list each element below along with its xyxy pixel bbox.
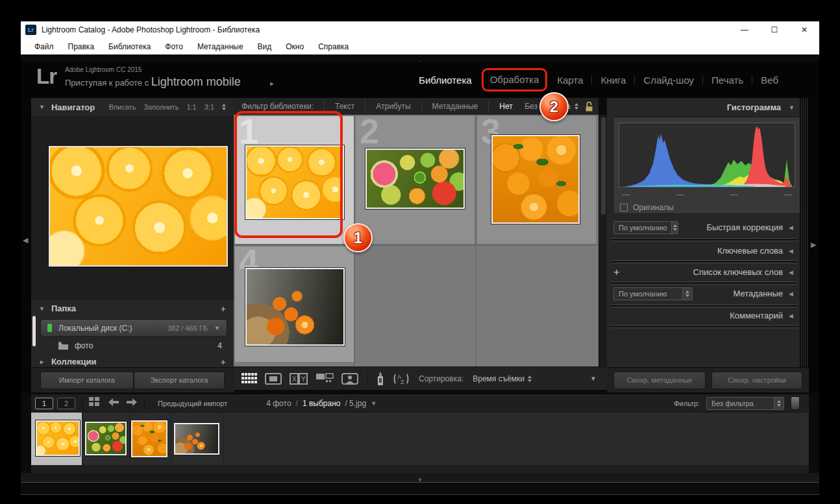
collections-header[interactable]: ► Коллекции + <box>31 356 234 367</box>
histogram-header[interactable]: Гистограмма ▼ <box>607 98 809 117</box>
module-library[interactable]: Библиотека <box>410 75 480 86</box>
minimize-button[interactable]: — <box>730 21 760 38</box>
folders-header[interactable]: ▼ Папка + <box>31 300 234 317</box>
photo-thumbnail-citrus-mix[interactable] <box>365 149 465 209</box>
comments-header[interactable]: Комментарий ◀ <box>607 307 800 324</box>
photo-thumbnail-oranges-basket[interactable] <box>245 268 345 346</box>
grid-scrollbar-thumb[interactable] <box>601 117 606 215</box>
bottom-panel-reveal-strip[interactable]: ▼ <box>21 473 819 483</box>
zoom-3-1[interactable]: 3:1 <box>204 103 214 111</box>
add-collection-icon[interactable]: + <box>221 357 226 367</box>
readout-blacks[interactable]: — <box>623 190 630 199</box>
previous-photo-icon[interactable] <box>108 398 119 409</box>
readout-whites[interactable]: — <box>784 190 791 199</box>
readout-shadows[interactable]: — <box>676 190 684 199</box>
histogram-chart[interactable] <box>619 123 795 187</box>
quick-develop-header[interactable]: По умолчанию Быстрая коррекция ◀ <box>607 219 800 236</box>
next-photo-icon[interactable] <box>126 398 138 409</box>
expand-left-icon[interactable]: ◀ <box>789 224 793 231</box>
filmstrip-thumb-oranges-basket[interactable] <box>174 423 219 455</box>
top-panel-reveal-strip[interactable]: ▲ <box>21 54 819 62</box>
volume-collapse-icon[interactable]: ▼ <box>214 325 220 331</box>
filmstrip-filter-dropdown[interactable]: Без фильтра <box>706 397 784 410</box>
import-catalog-button[interactable]: Импорт каталога <box>40 372 134 389</box>
collapse-icon[interactable]: ► <box>39 359 45 365</box>
navigator-preview-image[interactable] <box>49 146 228 267</box>
survey-view-icon[interactable] <box>315 373 334 385</box>
expand-left-icon[interactable]: ◀ <box>789 291 793 297</box>
grid-back-icon[interactable] <box>89 397 100 409</box>
originals-checkbox[interactable] <box>620 204 628 211</box>
painter-spray-can-icon[interactable] <box>376 372 385 386</box>
add-folder-icon[interactable]: + <box>221 304 226 314</box>
quick-develop-preset-dropdown[interactable]: По умолчанию <box>613 221 678 234</box>
volume-browser-row[interactable]: Локальный диск (C:) 382 / 466 ГБ ▼ <box>40 319 227 337</box>
expand-left-icon[interactable]: ◀ <box>789 313 793 319</box>
main-window-button[interactable]: 1 <box>35 398 53 409</box>
right-panel-scroll-ribs[interactable] <box>800 98 809 392</box>
promo-arrow-icon[interactable]: ► <box>269 80 275 87</box>
expand-left-icon[interactable]: ◀ <box>789 248 793 254</box>
keywording-header[interactable]: Ключевые слова ◀ <box>607 242 800 259</box>
collapse-left-panel-icon[interactable]: ◀ <box>23 236 28 245</box>
menu-view[interactable]: Вид <box>251 42 279 51</box>
sync-metadata-button[interactable]: Синхр. метаданные <box>613 372 706 389</box>
add-keyword-icon[interactable]: + <box>613 267 619 278</box>
zoom-1-1[interactable]: 1:1 <box>186 103 196 111</box>
filter-none[interactable]: Нет <box>488 101 523 112</box>
navigator-header[interactable]: ▼ Навигатор Вписать Заполнить 1:1 3:1 <box>31 98 234 116</box>
metadata-preset-dropdown[interactable]: По умолчанию <box>613 287 693 300</box>
menu-library[interactable]: Библиотека <box>101 42 158 51</box>
loupe-view-icon[interactable] <box>265 373 282 385</box>
menu-metadata[interactable]: Метаданные <box>190 42 251 51</box>
metadata-header[interactable]: По умолчанию Метаданные ◀ <box>607 285 800 302</box>
collapse-icon[interactable]: ▼ <box>789 104 795 111</box>
readout-highlights[interactable]: — <box>730 190 737 199</box>
collapse-right-panel-icon[interactable]: ▶ <box>811 241 816 249</box>
maximize-button[interactable]: ☐ <box>760 21 789 38</box>
module-book[interactable]: Книга <box>592 75 634 86</box>
people-view-icon[interactable] <box>341 373 358 385</box>
filter-toggle-switch[interactable] <box>791 396 800 410</box>
folder-row-photo[interactable]: фото 4 <box>40 339 227 353</box>
filter-attributes[interactable]: Атрибуты <box>365 101 421 112</box>
keyword-list-header[interactable]: + Список ключевых слов ◀ <box>607 263 800 281</box>
left-panel-scrollbar[interactable] <box>32 316 36 346</box>
module-print[interactable]: Печать <box>703 75 752 86</box>
menu-file[interactable]: Файл <box>27 42 61 51</box>
filmstrip-thumb-oranges-pile[interactable] <box>131 420 167 457</box>
collapse-icon[interactable]: ▼ <box>39 104 45 110</box>
module-web[interactable]: Веб <box>752 75 787 86</box>
filter-text[interactable]: Текст <box>324 101 365 112</box>
photo-thumbnail-oranges-pile[interactable] <box>491 135 580 224</box>
sync-settings-button[interactable]: Синхр. настройки <box>711 372 802 389</box>
grid-view-icon[interactable] <box>241 373 257 384</box>
menu-edit[interactable]: Правка <box>61 42 102 51</box>
module-slideshow[interactable]: Слайд-шоу <box>635 75 702 86</box>
toolbar-options-icon[interactable]: ▼ <box>590 375 597 382</box>
sort-value-dropdown[interactable]: Время съёмки <box>473 374 532 383</box>
filmstrip-thumb-orange-slices[interactable] <box>36 420 80 456</box>
filter-metadata[interactable]: Метаданные <box>421 101 489 112</box>
file-caret-icon[interactable]: ▼ <box>371 400 377 407</box>
filmstrip-thumb-citrus-mix[interactable] <box>85 422 127 455</box>
filter-lock-icon[interactable] <box>585 101 593 112</box>
grid-scrollbar[interactable] <box>599 115 607 366</box>
sort-direction-icon[interactable]: AZ <box>393 372 410 385</box>
module-develop[interactable]: Обработка <box>490 74 539 85</box>
expand-left-icon[interactable]: ◀ <box>789 269 793 276</box>
compare-view-icon[interactable]: XY <box>290 373 308 385</box>
collapse-icon[interactable]: ▼ <box>39 306 45 312</box>
export-catalog-button[interactable]: Экспорт каталога <box>134 372 225 389</box>
zoom-spinner-icon[interactable] <box>222 104 226 110</box>
zoom-fit[interactable]: Вписать <box>109 103 136 111</box>
zoom-fill[interactable]: Заполнить <box>143 103 179 111</box>
second-window-button[interactable]: 2 <box>57 398 75 409</box>
module-map[interactable]: Карта <box>549 75 591 86</box>
source-indicator[interactable]: Предыдущий импорт <box>158 400 227 407</box>
selection-summary[interactable]: 4 фото / 1 выбрано / 5.jpg ▼ <box>266 399 377 408</box>
close-button[interactable]: ✕ <box>789 21 819 38</box>
menu-help[interactable]: Справка <box>311 42 356 51</box>
menu-photo[interactable]: Фото <box>158 42 190 51</box>
menu-window[interactable]: Окно <box>278 42 311 51</box>
